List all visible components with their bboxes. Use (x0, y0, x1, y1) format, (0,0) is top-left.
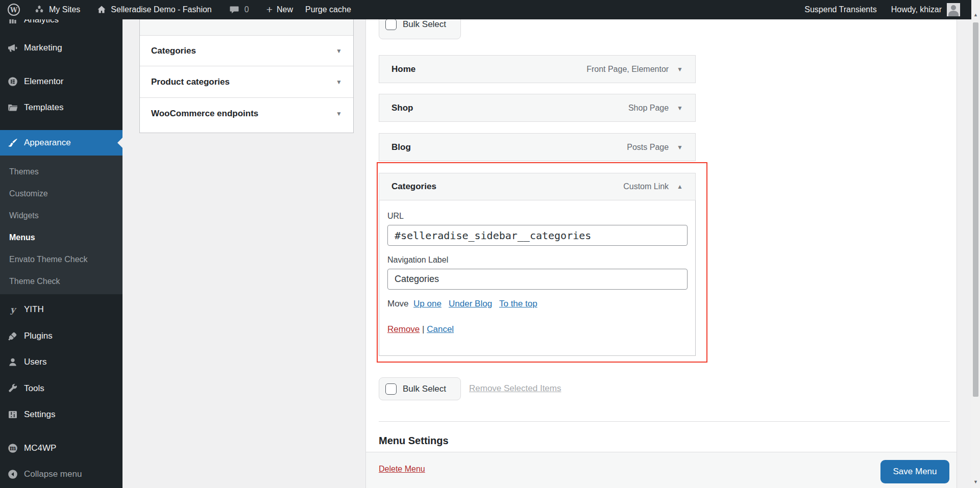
menu-item-type: Shop Page (628, 104, 669, 113)
sidebar-item-marketing[interactable]: Marketing (0, 37, 122, 59)
sidebar-item-widgets[interactable]: Widgets (0, 204, 122, 226)
menu-item-blog[interactable]: Blog Posts Page ▼ (379, 133, 696, 161)
navigation-label-input[interactable] (387, 269, 688, 290)
sidebar-item-label: MC4WP (24, 443, 56, 453)
my-account-menu[interactable]: Howdy, khizar (891, 3, 960, 16)
wordpress-logo-icon[interactable]: W (7, 3, 20, 16)
move-to-top-link[interactable]: To the top (499, 299, 537, 309)
avatar (947, 3, 960, 16)
accordion-section-categories[interactable]: Categories ▼ (140, 36, 353, 66)
sidebar-item-menus[interactable]: Menus (0, 226, 122, 248)
sidebar-item-label: Tools (24, 383, 44, 394)
scroll-down-icon[interactable]: ▼ (971, 479, 980, 484)
active-item-notch (117, 138, 122, 148)
chevron-down-icon[interactable]: ▼ (336, 79, 342, 86)
chevron-up-icon[interactable]: ▲ (677, 183, 683, 190)
remove-cancel-row: Remove | Cancel (387, 323, 454, 336)
delete-menu-link[interactable]: Delete Menu (379, 465, 425, 474)
navigation-label-field-label: Navigation Label (387, 255, 448, 265)
new-label: New (277, 5, 293, 14)
sidebar-item-appearance[interactable]: Appearance (0, 130, 122, 156)
admin-bar: W My Sites Selleradise Demo - Fashion 0 … (0, 0, 971, 19)
bulk-select-checkbox[interactable] (385, 19, 397, 30)
user-icon (7, 356, 18, 368)
sidebar-item-label: Plugins (24, 331, 53, 341)
sidebar-item-customize[interactable]: Customize (0, 183, 122, 204)
yith-icon: y (7, 304, 18, 315)
menu-item-title: Categories (391, 182, 623, 192)
url-field-label: URL (387, 212, 404, 221)
my-sites-menu[interactable]: My Sites (34, 5, 80, 15)
cancel-link[interactable]: Cancel (427, 324, 454, 334)
menu-structure-panel: Bulk Select Home Front Page, Elementor ▼… (365, 19, 957, 488)
move-under-blog-link[interactable]: Under Blog (449, 299, 492, 309)
wordpress-admin-menus-page: Analytics Marketing Elementor Templates (0, 0, 980, 488)
sidebar-item-yith[interactable]: y YITH (0, 299, 122, 320)
sidebar-item-themes[interactable]: Themes (0, 161, 122, 183)
sidebar-item-label: Marketing (24, 43, 62, 53)
sidebar-item-mc4wp[interactable]: m MC4WP (0, 438, 122, 459)
remove-link[interactable]: Remove (387, 324, 420, 334)
purge-cache-menu[interactable]: Purge cache (305, 5, 351, 14)
plugin-icon (7, 330, 18, 342)
megaphone-icon (7, 42, 18, 54)
sidebar-item-label: Users (24, 357, 46, 367)
wrench-icon (7, 383, 18, 394)
bulk-select-label: Bulk Select (403, 384, 446, 394)
collapse-icon (7, 469, 18, 480)
suspend-transients-menu[interactable]: Suspend Transients (804, 5, 876, 14)
site-name-menu[interactable]: Selleradise Demo - Fashion (96, 5, 211, 15)
publishing-actions-footer: Delete Menu Save Menu (366, 452, 957, 488)
sidebar-item-plugins[interactable]: Plugins (0, 325, 122, 347)
accordion-section-woocommerce-endpoints[interactable]: WooCommerce endpoints ▼ (140, 98, 353, 130)
suspend-transients-label: Suspend Transients (804, 5, 876, 14)
chevron-down-icon[interactable]: ▼ (677, 66, 683, 73)
menu-item-shop[interactable]: Shop Shop Page ▼ (379, 94, 696, 122)
bulk-select-button-bottom[interactable]: Bulk Select (379, 377, 461, 400)
chevron-down-icon[interactable]: ▼ (336, 110, 342, 117)
sidebar-item-templates[interactable]: Templates (0, 97, 122, 118)
sidebar-item-users[interactable]: Users (0, 351, 122, 373)
menu-item-categories-header[interactable]: Categories Custom Link ▲ (379, 173, 696, 200)
chevron-down-icon[interactable]: ▼ (336, 47, 342, 55)
bulk-select-label: Bulk Select (403, 19, 446, 30)
save-menu-button[interactable]: Save Menu (880, 460, 949, 483)
admin-sidebar: Analytics Marketing Elementor Templates (0, 0, 122, 488)
sidebar-item-label: Elementor (24, 76, 63, 87)
chevron-down-icon[interactable]: ▼ (677, 144, 683, 151)
add-menu-items-panel: Categories ▼ Product categories ▼ WooCom… (139, 19, 354, 133)
svg-text:m: m (10, 445, 16, 452)
scrollbar-thumb[interactable] (973, 22, 978, 397)
menu-item-home[interactable]: Home Front Page, Elementor ▼ (379, 55, 696, 83)
move-links-row: Move Up one Under Blog To the top (387, 298, 537, 310)
remove-selected-items-link[interactable]: Remove Selected Items (469, 382, 561, 395)
comments-menu[interactable]: 0 (229, 5, 249, 15)
sidebar-item-settings[interactable]: Settings (0, 404, 122, 425)
menu-item-type: Posts Page (627, 143, 669, 152)
accordion-section-product-categories[interactable]: Product categories ▼ (140, 66, 353, 98)
menu-item-settings-panel: URL Navigation Label Move Up one Under B… (379, 200, 696, 356)
new-content-menu[interactable]: + New (266, 5, 293, 15)
sidebar-item-envato-theme-check[interactable]: Envato Theme Check (0, 248, 122, 270)
move-up-one-link[interactable]: Up one (413, 299, 442, 309)
sidebar-item-elementor[interactable]: Elementor (0, 71, 122, 92)
svg-text:W: W (10, 6, 18, 14)
chevron-down-icon[interactable]: ▼ (677, 105, 683, 112)
menu-item-title: Home (391, 64, 586, 74)
bulk-select-checkbox[interactable] (385, 383, 397, 395)
sidebar-item-theme-check[interactable]: Theme Check (0, 270, 122, 292)
elementor-icon (7, 76, 18, 87)
comment-count: 0 (244, 5, 249, 14)
url-input[interactable] (387, 225, 688, 246)
sidebar-item-collapse-menu[interactable]: Collapse menu (0, 464, 122, 485)
admin-bar-left: W My Sites Selleradise Demo - Fashion 0 … (0, 3, 804, 16)
sidebar-item-tools[interactable]: Tools (0, 378, 122, 399)
menu-settings-heading: Menu Settings (379, 435, 449, 447)
menu-item-type: Custom Link (623, 182, 669, 191)
accordion-section-label: WooCommerce endpoints (151, 109, 258, 119)
vertical-scrollbar[interactable]: ▲ ▼ (971, 0, 980, 488)
scroll-up-icon[interactable]: ▲ (971, 12, 980, 17)
paintbrush-icon (7, 137, 18, 148)
sidebar-item-label: Collapse menu (24, 469, 82, 479)
appearance-submenu: Themes Customize Widgets Menus Envato Th… (0, 156, 122, 294)
